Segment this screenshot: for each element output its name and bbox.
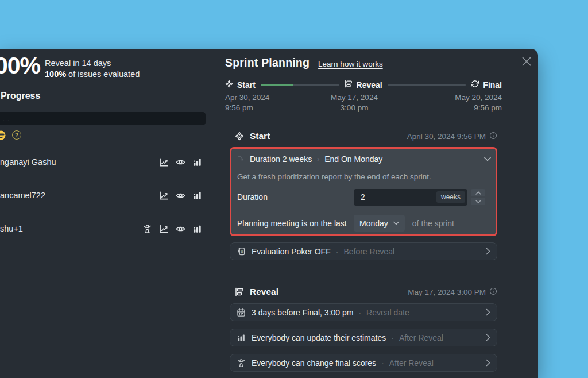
filter-input[interactable]: ...: [0, 112, 206, 125]
bar-chart-icon[interactable]: [192, 191, 202, 200]
evaluated-line: 100% of issues evaluated: [45, 69, 140, 80]
poker-card-icon: 8: [237, 247, 246, 256]
start-section-datetime: April 30, 2024 9:56 PM: [407, 132, 486, 141]
poll-icon: [345, 80, 353, 90]
info-icon[interactable]: [489, 132, 497, 141]
cool-sunglasses-emoji-icon: [0, 130, 6, 140]
progress-track-reveal-final: [388, 84, 466, 86]
stepper-down-button[interactable]: [471, 198, 485, 205]
summary-separator: ›: [317, 155, 319, 163]
duration-summary-label: Duration 2 weeks: [250, 155, 312, 164]
duration-label: Duration: [237, 192, 354, 202]
progress-track-start-reveal: [261, 84, 339, 86]
close-icon[interactable]: [520, 55, 533, 68]
participant-row: ancamel722: [0, 190, 202, 201]
start-section-header: Start April 30, 2024 9:56 PM: [230, 130, 497, 142]
progress-fill: [261, 84, 293, 86]
reveal-countdown: Reveal in 14 days: [45, 58, 140, 69]
bar-chart-icon: [237, 333, 246, 342]
help-icon[interactable]: ?: [12, 130, 21, 140]
duration-unit-chip: weeks: [436, 191, 465, 203]
sync-icon: [471, 80, 479, 90]
bar-chart-icon[interactable]: [192, 157, 202, 167]
meeting-prefix-label: Planning meeting is on the last: [237, 219, 354, 228]
duration-summary-toggle[interactable]: Duration 2 weeks › End On Monday: [237, 151, 491, 167]
start-datetime: Apr 30, 20249:56 pm: [225, 92, 269, 113]
chevron-right-icon: [486, 308, 490, 316]
meeting-suffix-label: of the sprint: [412, 219, 454, 228]
reveal-datetime: May 17, 20243:00 pm: [305, 92, 403, 113]
update-estimates-row[interactable]: Everybody can update their estimates · A…: [230, 329, 497, 346]
reveal-section-datetime: May 17, 2024 3:00 PM: [408, 288, 486, 296]
planning-meeting-row: Planning meeting is on the last Monday o…: [237, 215, 491, 232]
chevron-right-icon: [486, 248, 490, 255]
progress-heading: Progress: [1, 91, 40, 101]
facilitator-icon[interactable]: [142, 224, 152, 234]
modal-header: Sprint Planning Learn how it works: [225, 56, 383, 70]
start-section-title: Start: [250, 131, 270, 141]
eye-icon[interactable]: [176, 191, 185, 200]
meeting-day-select[interactable]: Monday: [354, 215, 405, 232]
timeline-stage-final: Final: [471, 80, 502, 90]
learn-link[interactable]: Learn how it works: [318, 60, 383, 68]
legend-row: ?: [0, 130, 21, 140]
evaluation-poker-row[interactable]: 8 Evaluation Poker OFF · Before Reveal: [230, 242, 497, 260]
timeline-stage-reveal: Reveal: [345, 80, 382, 90]
trend-chart-icon[interactable]: [159, 157, 169, 167]
bar-chart-icon[interactable]: [192, 224, 202, 234]
end-day-summary-label: End On Monday: [324, 155, 382, 164]
svg-text:8: 8: [241, 249, 243, 253]
chevron-down-icon: [484, 157, 491, 161]
sprint-diamonds-icon: [225, 80, 233, 90]
meeting-day-value: Monday: [359, 219, 388, 228]
calendar-icon: [237, 308, 246, 317]
eye-icon[interactable]: [176, 157, 185, 167]
info-icon[interactable]: [489, 287, 497, 297]
participant-name: ancamel722: [0, 191, 45, 200]
filter-placeholder: ...: [3, 115, 10, 122]
reveal-section-header: Reveal May 17, 2024 3:00 PM: [230, 286, 497, 298]
app-panel: 00% Reveal in 14 days 100% of issues eva…: [0, 49, 538, 378]
evaluation-percent: 00%: [0, 52, 40, 79]
duration-stepper: [471, 189, 485, 205]
timeline-stage-start: Start: [225, 80, 256, 90]
final-datetime: May 20, 20249:56 pm: [455, 92, 502, 113]
sprint-diamonds-icon: [235, 132, 244, 141]
participant-name: shu+1: [0, 224, 23, 233]
trend-chart-icon[interactable]: [159, 191, 169, 200]
chevron-right-icon: [486, 359, 490, 367]
chevron-right-icon: [486, 334, 490, 341]
participant-row: nganayi Gashu: [0, 156, 202, 168]
trend-chart-icon[interactable]: [159, 224, 169, 234]
stepper-up-button[interactable]: [471, 189, 485, 196]
chevron-down-icon: [393, 221, 399, 225]
reveal-date-row[interactable]: 3 days before Final, 3:00 pm · Reveal da…: [230, 303, 497, 321]
duration-description: Get a fresh prioritization report by the…: [237, 172, 491, 181]
poll-icon: [235, 287, 244, 296]
sprint-duration-card: Duration 2 weeks › End On Monday Get a f…: [230, 147, 497, 236]
reveal-summary: Reveal in 14 days 100% of issues evaluat…: [45, 58, 140, 80]
participant-name: nganayi Gashu: [0, 157, 56, 167]
recurring-icon: [237, 155, 244, 163]
duration-row: Duration weeks: [237, 188, 491, 206]
timeline-dates: Apr 30, 20249:56 pm May 17, 20243:00 pm …: [225, 92, 502, 114]
modal-title: Sprint Planning: [225, 56, 310, 70]
duration-input[interactable]: [355, 192, 436, 202]
participant-row: shu+1: [0, 223, 202, 234]
change-final-scores-row[interactable]: Everybody can change final scores · Afte…: [230, 354, 497, 372]
reveal-section-title: Reveal: [250, 287, 278, 297]
facilitator-icon: [237, 358, 246, 368]
duration-input-wrap: weeks: [354, 189, 467, 206]
eye-icon[interactable]: [176, 224, 185, 234]
timeline: Start Reveal Final: [225, 80, 502, 90]
